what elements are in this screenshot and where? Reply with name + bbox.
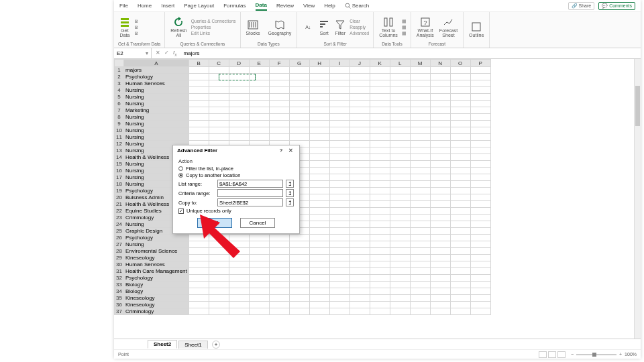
- cell[interactable]: [289, 107, 309, 114]
- cell[interactable]: [249, 121, 269, 127]
- cell[interactable]: [390, 141, 410, 147]
- cell[interactable]: [390, 302, 410, 308]
- cell[interactable]: [329, 127, 350, 134]
- cell[interactable]: [329, 161, 350, 168]
- cell[interactable]: [269, 114, 289, 121]
- cell[interactable]: [470, 268, 490, 275]
- radio-copy-to[interactable]: Copy to another location: [178, 172, 294, 178]
- row-header[interactable]: 2: [115, 74, 124, 80]
- cell[interactable]: [450, 235, 470, 241]
- cell[interactable]: [289, 261, 309, 268]
- cell[interactable]: [470, 288, 490, 295]
- cell[interactable]: [450, 134, 470, 141]
- tab-review[interactable]: Review: [276, 1, 294, 10]
- cell[interactable]: [249, 288, 269, 295]
- col-header[interactable]: J: [350, 60, 370, 67]
- row-header[interactable]: 6: [115, 101, 124, 107]
- col-header[interactable]: E: [249, 60, 269, 67]
- cell[interactable]: [289, 255, 309, 261]
- cell[interactable]: [390, 255, 410, 261]
- cell[interactable]: [470, 114, 490, 121]
- cell[interactable]: [249, 134, 269, 141]
- cell[interactable]: [370, 121, 390, 127]
- cell[interactable]: [209, 282, 229, 288]
- cell[interactable]: [430, 255, 450, 261]
- cell[interactable]: [470, 141, 490, 147]
- cell[interactable]: [309, 235, 329, 241]
- cell[interactable]: [329, 174, 350, 181]
- cell[interactable]: [269, 261, 289, 268]
- cell[interactable]: [430, 134, 450, 141]
- cell[interactable]: [470, 147, 490, 154]
- cell[interactable]: [470, 201, 490, 208]
- cell[interactable]: [470, 127, 490, 134]
- cell[interactable]: [309, 87, 329, 94]
- list-range-picker-icon[interactable]: ↥: [286, 180, 294, 188]
- cell[interactable]: [249, 282, 269, 288]
- cell[interactable]: [390, 127, 410, 134]
- cell[interactable]: [329, 208, 350, 215]
- cell[interactable]: [450, 241, 470, 248]
- row-header[interactable]: 9: [115, 121, 124, 127]
- cell[interactable]: [269, 121, 289, 127]
- cell[interactable]: [350, 261, 370, 268]
- cell[interactable]: [410, 241, 430, 248]
- col-header[interactable]: G: [289, 60, 309, 67]
- cell[interactable]: [470, 174, 490, 181]
- cell[interactable]: [249, 302, 269, 308]
- cell[interactable]: [370, 127, 390, 134]
- cell[interactable]: [370, 288, 390, 295]
- col-header[interactable]: I: [329, 60, 350, 67]
- data-tools-extras[interactable]: ▦▦▦: [402, 18, 407, 36]
- cell[interactable]: [189, 67, 209, 74]
- row-header[interactable]: 13: [115, 147, 124, 154]
- cell[interactable]: [410, 67, 430, 74]
- cell[interactable]: [390, 94, 410, 101]
- cell[interactable]: [289, 67, 309, 74]
- cell[interactable]: [350, 302, 370, 308]
- cell[interactable]: [470, 181, 490, 188]
- cell[interactable]: [189, 80, 209, 87]
- cell[interactable]: [410, 80, 430, 87]
- cell[interactable]: [249, 87, 269, 94]
- cancel-edit-icon[interactable]: ✕: [156, 50, 160, 57]
- cell[interactable]: [289, 127, 309, 134]
- search-icon[interactable]: Search: [345, 3, 369, 9]
- cell[interactable]: [309, 255, 329, 261]
- col-header[interactable]: F: [269, 60, 289, 67]
- cell[interactable]: [450, 161, 470, 168]
- cell[interactable]: [410, 261, 430, 268]
- cell[interactable]: [410, 235, 430, 241]
- cell[interactable]: [309, 80, 329, 87]
- cell[interactable]: [470, 248, 490, 255]
- row-header[interactable]: 20: [115, 194, 124, 201]
- cell[interactable]: [309, 107, 329, 114]
- cell[interactable]: [329, 201, 350, 208]
- cell[interactable]: [329, 295, 350, 302]
- cell[interactable]: [249, 255, 269, 261]
- cell[interactable]: [329, 147, 350, 154]
- cell[interactable]: [269, 288, 289, 295]
- row-header[interactable]: 7: [115, 107, 124, 114]
- cell[interactable]: [390, 194, 410, 201]
- cell[interactable]: [470, 241, 490, 248]
- cell[interactable]: [430, 101, 450, 107]
- normal-view-button[interactable]: [539, 351, 547, 358]
- cell[interactable]: [189, 302, 209, 308]
- cell[interactable]: [470, 188, 490, 194]
- cell[interactable]: [269, 80, 289, 87]
- cell[interactable]: [410, 134, 430, 141]
- cell[interactable]: [470, 255, 490, 261]
- cell[interactable]: [450, 208, 470, 215]
- cell[interactable]: [209, 288, 229, 295]
- row-header[interactable]: 3: [115, 80, 124, 87]
- cell[interactable]: majors: [124, 67, 189, 74]
- formula-input[interactable]: majors: [181, 50, 641, 56]
- cell[interactable]: [350, 141, 370, 147]
- cell[interactable]: [229, 74, 249, 80]
- cell[interactable]: [329, 241, 350, 248]
- edit-links-link[interactable]: Edit Links: [191, 30, 236, 36]
- cell[interactable]: [470, 282, 490, 288]
- cell[interactable]: [309, 201, 329, 208]
- cell[interactable]: [370, 87, 390, 94]
